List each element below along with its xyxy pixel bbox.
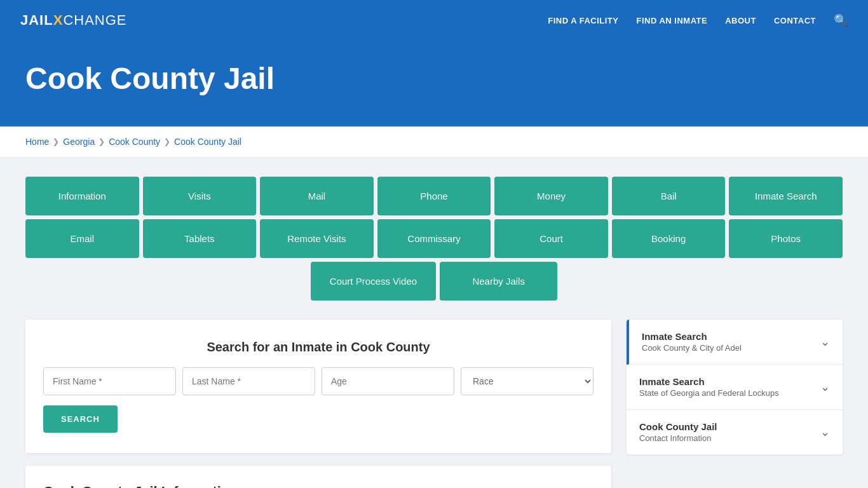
left-column: Search for an Inmate in Cook County Race… xyxy=(25,320,611,488)
navbar-links: FIND A FACILITY FIND AN INMATE ABOUT CON… xyxy=(548,13,848,27)
sidebar-item-3-title: Cook County Jail xyxy=(639,421,717,432)
nav-contact[interactable]: CONTACT xyxy=(774,16,816,25)
search-button[interactable]: SEARCH xyxy=(43,405,118,433)
nav-button-row3: Court Process Video Nearby Jails xyxy=(25,262,843,301)
nav-btn-remote-visits[interactable]: Remote Visits xyxy=(260,219,374,258)
search-fields: Race White Black Hispanic Asian Other xyxy=(43,367,593,395)
sidebar-item-1-title: Inmate Search xyxy=(642,331,742,342)
age-input[interactable] xyxy=(322,367,454,395)
chevron-down-icon-1: ⌄ xyxy=(820,335,830,349)
nav-btn-phone[interactable]: Phone xyxy=(377,177,491,215)
two-column-layout: Search for an Inmate in Cook County Race… xyxy=(25,320,843,488)
nav-button-row2: Email Tablets Remote Visits Commissary C… xyxy=(25,219,843,258)
nav-find-inmate[interactable]: FIND AN INMATE xyxy=(636,16,707,25)
nav-btn-court[interactable]: Court xyxy=(494,219,608,258)
sidebar-item-3-text: Cook County Jail Contact Information xyxy=(639,421,717,443)
chevron-down-icon-2: ⌄ xyxy=(820,380,830,394)
site-logo[interactable]: JAILXCHANGE xyxy=(20,12,127,29)
breadcrumb-sep-2: ❯ xyxy=(98,137,105,146)
info-title: Cook County Jail Information xyxy=(43,484,593,488)
breadcrumb: Home ❯ Georgia ❯ Cook County ❯ Cook Coun… xyxy=(0,126,868,158)
nav-btn-court-process-video[interactable]: Court Process Video xyxy=(311,262,436,301)
breadcrumb-home[interactable]: Home xyxy=(25,137,49,147)
breadcrumb-jail[interactable]: Cook County Jail xyxy=(174,137,241,147)
page-title: Cook County Jail xyxy=(25,61,843,96)
sidebar-item-3-subtitle: Contact Information xyxy=(639,433,717,443)
sidebar-item-2[interactable]: Inmate Search State of Georgia and Feder… xyxy=(627,365,843,410)
nav-find-facility[interactable]: FIND A FACILITY xyxy=(548,16,618,25)
nav-btn-tablets[interactable]: Tablets xyxy=(143,219,257,258)
nav-btn-information[interactable]: Information xyxy=(25,177,139,215)
brand-jail: JAIL xyxy=(20,12,53,28)
nav-btn-email[interactable]: Email xyxy=(25,219,139,258)
nav-btn-bail[interactable]: Bail xyxy=(612,177,726,215)
sidebar-item-1[interactable]: Inmate Search Cook County & City of Adel… xyxy=(627,320,843,365)
sidebar-item-3[interactable]: Cook County Jail Contact Information ⌄ xyxy=(627,410,843,454)
search-title: Search for an Inmate in Cook County xyxy=(43,340,593,355)
brand-exchange: CHANGE xyxy=(63,12,126,28)
sidebar-item-1-subtitle: Cook County & City of Adel xyxy=(642,343,742,353)
navbar: JAILXCHANGE FIND A FACILITY FIND AN INMA… xyxy=(0,0,868,41)
last-name-input[interactable] xyxy=(182,367,315,395)
first-name-input[interactable] xyxy=(43,367,176,395)
main-content: Information Visits Mail Phone Money Bail… xyxy=(0,158,868,488)
nav-btn-commissary[interactable]: Commissary xyxy=(377,219,491,258)
nav-btn-nearby-jails[interactable]: Nearby Jails xyxy=(440,262,557,301)
nav-about[interactable]: ABOUT xyxy=(725,16,756,25)
nav-btn-mail[interactable]: Mail xyxy=(260,177,374,215)
hero-section: Cook County Jail xyxy=(0,41,868,126)
nav-btn-visits[interactable]: Visits xyxy=(143,177,257,215)
nav-btn-booking[interactable]: Booking xyxy=(612,219,726,258)
search-card: Search for an Inmate in Cook County Race… xyxy=(25,320,611,453)
search-icon-button[interactable]: 🔍 xyxy=(834,13,848,27)
nav-btn-money[interactable]: Money xyxy=(494,177,608,215)
nav-btn-inmate-search[interactable]: Inmate Search xyxy=(729,177,843,215)
nav-button-row1: Information Visits Mail Phone Money Bail… xyxy=(25,177,843,215)
info-card: Cook County Jail Information xyxy=(25,466,611,488)
race-select[interactable]: Race White Black Hispanic Asian Other xyxy=(461,367,593,395)
breadcrumb-cook-county[interactable]: Cook County xyxy=(109,137,160,147)
sidebar: Inmate Search Cook County & City of Adel… xyxy=(627,320,843,454)
nav-btn-photos[interactable]: Photos xyxy=(729,219,843,258)
breadcrumb-georgia[interactable]: Georgia xyxy=(63,137,95,147)
breadcrumb-sep-3: ❯ xyxy=(164,137,170,146)
sidebar-item-1-text: Inmate Search Cook County & City of Adel xyxy=(642,331,742,353)
brand-x: X xyxy=(53,12,64,28)
breadcrumb-sep-1: ❯ xyxy=(53,137,59,146)
chevron-down-icon-3: ⌄ xyxy=(820,425,830,439)
sidebar-item-2-text: Inmate Search State of Georgia and Feder… xyxy=(639,376,779,398)
sidebar-item-2-subtitle: State of Georgia and Federal Lockups xyxy=(639,388,779,398)
sidebar-item-2-title: Inmate Search xyxy=(639,376,779,387)
